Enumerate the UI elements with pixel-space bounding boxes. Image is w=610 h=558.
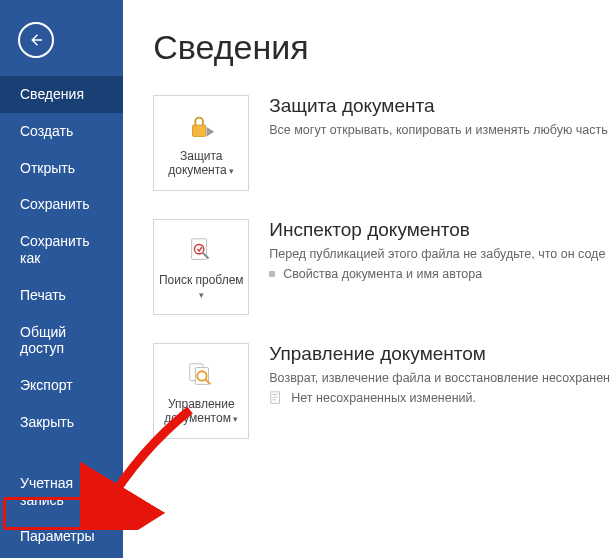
sidebar-item-share[interactable]: Общий доступ — [0, 314, 123, 368]
sidebar-item-saveas[interactable]: Сохранить как — [0, 223, 123, 277]
sidebar-item-label: Параметры — [20, 528, 95, 544]
sidebar-item-label: Экспорт — [20, 377, 73, 393]
protect-document-tile[interactable]: Защита документа — [153, 95, 249, 191]
sidebar-item-close[interactable]: Закрыть — [0, 404, 123, 441]
sidebar-item-print[interactable]: Печать — [0, 277, 123, 314]
sidebar-item-new[interactable]: Создать — [0, 113, 123, 150]
tile-label: Управление документом — [154, 398, 248, 426]
sidebar-item-label: Сохранить как — [20, 233, 90, 266]
section-title-protect: Защита документа — [269, 95, 610, 117]
back-button[interactable] — [18, 22, 54, 58]
tile-label: Защита документа — [154, 150, 248, 178]
sidebar-item-label: Общий доступ — [20, 324, 66, 357]
section-subtext: Нет несохраненных изменений. — [291, 391, 476, 405]
sidebar-item-save[interactable]: Сохранить — [0, 186, 123, 223]
section-desc: Все могут открывать, копировать и изменя… — [269, 123, 610, 137]
lock-icon — [186, 112, 216, 142]
section-title-manage: Управление документом — [269, 343, 610, 365]
sidebar-item-account[interactable]: Учетная запись — [0, 465, 123, 519]
manage-icon — [186, 360, 216, 390]
sidebar-item-label: Сведения — [20, 86, 84, 102]
tile-label: Поиск проблем — [154, 274, 248, 302]
section-subtext: Свойства документа и имя автора — [283, 267, 482, 281]
page-title: Сведения — [153, 28, 610, 67]
sidebar-item-label: Учетная запись — [20, 475, 73, 508]
section-desc: Перед публикацией этого файла не забудьт… — [269, 247, 610, 261]
section-title-inspector: Инспектор документов — [269, 219, 610, 241]
sidebar-item-info[interactable]: Сведения — [0, 76, 123, 113]
check-issues-tile[interactable]: Поиск проблем — [153, 219, 249, 315]
back-arrow-icon — [27, 31, 45, 49]
sidebar-item-label: Печать — [20, 287, 66, 303]
sidebar-item-label: Сохранить — [20, 196, 90, 212]
section-desc: Возврат, извлечение файла и восстановлен… — [269, 371, 610, 385]
svg-rect-0 — [193, 125, 206, 136]
sidebar-item-open[interactable]: Открыть — [0, 150, 123, 187]
document-icon — [269, 391, 283, 405]
sidebar-item-export[interactable]: Экспорт — [0, 367, 123, 404]
sidebar-item-label: Создать — [20, 123, 73, 139]
manage-document-tile[interactable]: Управление документом — [153, 343, 249, 439]
sidebar-item-label: Открыть — [20, 160, 75, 176]
sidebar-item-options[interactable]: Параметры — [0, 518, 123, 555]
inspect-icon — [186, 236, 216, 266]
sidebar-item-label: Закрыть — [20, 414, 74, 430]
bullet-icon — [269, 271, 275, 277]
